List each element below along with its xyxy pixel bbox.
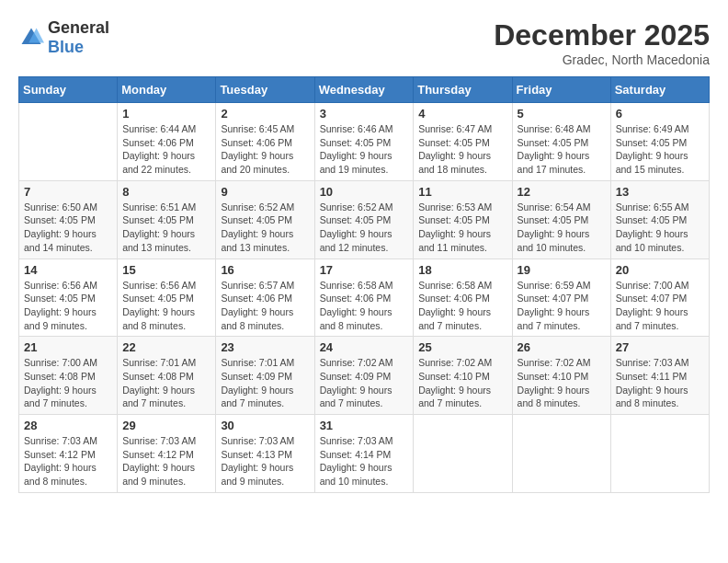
header-friday: Friday — [512, 77, 610, 103]
day-cell — [19, 103, 118, 181]
calendar-table: SundayMondayTuesdayWednesdayThursdayFrid… — [18, 76, 710, 493]
day-number: 6 — [616, 107, 704, 121]
week-row-4: 28Sunrise: 7:03 AM Sunset: 4:12 PM Dayli… — [19, 415, 710, 493]
day-cell: 19Sunrise: 6:59 AM Sunset: 4:07 PM Dayli… — [512, 259, 610, 337]
day-cell: 29Sunrise: 7:03 AM Sunset: 4:12 PM Dayli… — [118, 415, 216, 493]
day-cell: 30Sunrise: 7:03 AM Sunset: 4:13 PM Dayli… — [216, 415, 314, 493]
day-number: 7 — [24, 185, 112, 199]
day-info: Sunrise: 7:02 AM Sunset: 4:10 PM Dayligh… — [518, 356, 606, 410]
day-info: Sunrise: 7:02 AM Sunset: 4:10 PM Dayligh… — [418, 356, 506, 410]
day-number: 28 — [24, 419, 112, 432]
day-cell: 26Sunrise: 7:02 AM Sunset: 4:10 PM Dayli… — [512, 337, 610, 415]
day-number: 15 — [122, 263, 210, 277]
header-tuesday: Tuesday — [216, 77, 314, 103]
day-cell: 27Sunrise: 7:03 AM Sunset: 4:11 PM Dayli… — [610, 337, 709, 415]
day-cell: 3Sunrise: 6:46 AM Sunset: 4:05 PM Daylig… — [314, 103, 414, 181]
day-cell: 10Sunrise: 6:52 AM Sunset: 4:05 PM Dayli… — [314, 180, 414, 259]
day-cell: 18Sunrise: 6:58 AM Sunset: 4:06 PM Dayli… — [414, 259, 512, 337]
day-info: Sunrise: 6:52 AM Sunset: 4:05 PM Dayligh… — [221, 201, 309, 255]
week-row-1: 7Sunrise: 6:50 AM Sunset: 4:05 PM Daylig… — [19, 180, 710, 259]
day-number: 17 — [320, 263, 409, 277]
day-cell: 16Sunrise: 6:57 AM Sunset: 4:06 PM Dayli… — [216, 259, 314, 337]
day-number: 24 — [320, 340, 409, 354]
day-cell — [610, 415, 709, 493]
day-cell: 13Sunrise: 6:55 AM Sunset: 4:05 PM Dayli… — [610, 180, 709, 259]
day-info: Sunrise: 7:01 AM Sunset: 4:08 PM Dayligh… — [122, 356, 210, 410]
day-info: Sunrise: 7:03 AM Sunset: 4:12 PM Dayligh… — [122, 434, 210, 488]
header-wednesday: Wednesday — [314, 77, 414, 103]
title-area: December 2025 Gradec, North Macedonia — [494, 18, 710, 67]
day-number: 10 — [320, 185, 409, 199]
day-cell: 8Sunrise: 6:51 AM Sunset: 4:05 PM Daylig… — [118, 180, 216, 259]
day-number: 8 — [122, 185, 210, 199]
day-cell: 25Sunrise: 7:02 AM Sunset: 4:10 PM Dayli… — [414, 337, 512, 415]
day-cell: 6Sunrise: 6:49 AM Sunset: 4:05 PM Daylig… — [610, 103, 709, 181]
day-cell: 15Sunrise: 6:56 AM Sunset: 4:05 PM Dayli… — [118, 259, 216, 337]
day-number: 26 — [518, 340, 606, 354]
day-number: 18 — [418, 263, 506, 277]
day-number: 9 — [221, 185, 309, 199]
day-cell: 21Sunrise: 7:00 AM Sunset: 4:08 PM Dayli… — [19, 337, 118, 415]
logo-text: General Blue — [48, 18, 109, 57]
header-saturday: Saturday — [610, 77, 709, 103]
day-number: 23 — [221, 340, 309, 354]
day-number: 3 — [320, 107, 409, 121]
day-cell: 2Sunrise: 6:45 AM Sunset: 4:06 PM Daylig… — [216, 103, 314, 181]
day-number: 4 — [418, 107, 506, 121]
month-title: December 2025 — [494, 18, 710, 52]
day-info: Sunrise: 6:46 AM Sunset: 4:05 PM Dayligh… — [320, 122, 409, 177]
day-info: Sunrise: 6:56 AM Sunset: 4:05 PM Dayligh… — [24, 279, 112, 333]
day-info: Sunrise: 7:01 AM Sunset: 4:09 PM Dayligh… — [221, 356, 309, 410]
header-sunday: Sunday — [19, 77, 118, 103]
day-number: 31 — [320, 419, 409, 432]
day-number: 29 — [122, 419, 210, 432]
day-cell: 12Sunrise: 6:54 AM Sunset: 4:05 PM Dayli… — [512, 180, 610, 259]
day-info: Sunrise: 6:53 AM Sunset: 4:05 PM Dayligh… — [418, 201, 506, 255]
day-cell: 5Sunrise: 6:48 AM Sunset: 4:05 PM Daylig… — [512, 103, 610, 181]
day-info: Sunrise: 6:49 AM Sunset: 4:05 PM Dayligh… — [616, 122, 704, 177]
day-info: Sunrise: 6:47 AM Sunset: 4:05 PM Dayligh… — [418, 122, 506, 177]
day-info: Sunrise: 6:48 AM Sunset: 4:05 PM Dayligh… — [518, 122, 606, 177]
day-cell: 17Sunrise: 6:58 AM Sunset: 4:06 PM Dayli… — [314, 259, 414, 337]
day-number: 16 — [221, 263, 309, 277]
day-number: 25 — [418, 340, 506, 354]
day-info: Sunrise: 6:56 AM Sunset: 4:05 PM Dayligh… — [122, 279, 210, 333]
day-info: Sunrise: 7:02 AM Sunset: 4:09 PM Dayligh… — [320, 356, 409, 410]
header-monday: Monday — [118, 77, 216, 103]
day-cell — [512, 415, 610, 493]
day-cell: 31Sunrise: 7:03 AM Sunset: 4:14 PM Dayli… — [314, 415, 414, 493]
day-info: Sunrise: 6:55 AM Sunset: 4:05 PM Dayligh… — [616, 201, 704, 255]
day-info: Sunrise: 7:03 AM Sunset: 4:13 PM Dayligh… — [221, 434, 309, 488]
week-row-0: 1Sunrise: 6:44 AM Sunset: 4:06 PM Daylig… — [19, 103, 710, 181]
day-cell: 1Sunrise: 6:44 AM Sunset: 4:06 PM Daylig… — [118, 103, 216, 181]
day-cell: 9Sunrise: 6:52 AM Sunset: 4:05 PM Daylig… — [216, 180, 314, 259]
day-info: Sunrise: 6:58 AM Sunset: 4:06 PM Dayligh… — [418, 279, 506, 333]
day-cell: 20Sunrise: 7:00 AM Sunset: 4:07 PM Dayli… — [610, 259, 709, 337]
day-number: 19 — [518, 263, 606, 277]
day-info: Sunrise: 6:45 AM Sunset: 4:06 PM Dayligh… — [221, 122, 309, 177]
day-info: Sunrise: 7:03 AM Sunset: 4:12 PM Dayligh… — [24, 434, 112, 488]
day-number: 21 — [24, 340, 112, 354]
day-cell: 28Sunrise: 7:03 AM Sunset: 4:12 PM Dayli… — [19, 415, 118, 493]
day-info: Sunrise: 6:44 AM Sunset: 4:06 PM Dayligh… — [122, 122, 210, 177]
day-info: Sunrise: 6:52 AM Sunset: 4:05 PM Dayligh… — [320, 201, 409, 255]
day-cell: 22Sunrise: 7:01 AM Sunset: 4:08 PM Dayli… — [118, 337, 216, 415]
page-header: General Blue December 2025 Gradec, North… — [18, 18, 710, 67]
day-number: 12 — [518, 185, 606, 199]
day-info: Sunrise: 6:58 AM Sunset: 4:06 PM Dayligh… — [320, 279, 409, 333]
day-number: 30 — [221, 419, 309, 432]
day-info: Sunrise: 7:00 AM Sunset: 4:08 PM Dayligh… — [24, 356, 112, 410]
day-info: Sunrise: 6:54 AM Sunset: 4:05 PM Dayligh… — [518, 201, 606, 255]
day-cell: 11Sunrise: 6:53 AM Sunset: 4:05 PM Dayli… — [414, 180, 512, 259]
day-cell: 4Sunrise: 6:47 AM Sunset: 4:05 PM Daylig… — [414, 103, 512, 181]
week-row-2: 14Sunrise: 6:56 AM Sunset: 4:05 PM Dayli… — [19, 259, 710, 337]
day-cell — [414, 415, 512, 493]
logo: General Blue — [18, 18, 109, 57]
day-number: 1 — [122, 107, 210, 121]
day-cell: 23Sunrise: 7:01 AM Sunset: 4:09 PM Dayli… — [216, 337, 314, 415]
day-number: 22 — [122, 340, 210, 354]
day-number: 2 — [221, 107, 309, 121]
day-cell: 14Sunrise: 6:56 AM Sunset: 4:05 PM Dayli… — [19, 259, 118, 337]
day-number: 14 — [24, 263, 112, 277]
day-number: 27 — [616, 340, 704, 354]
